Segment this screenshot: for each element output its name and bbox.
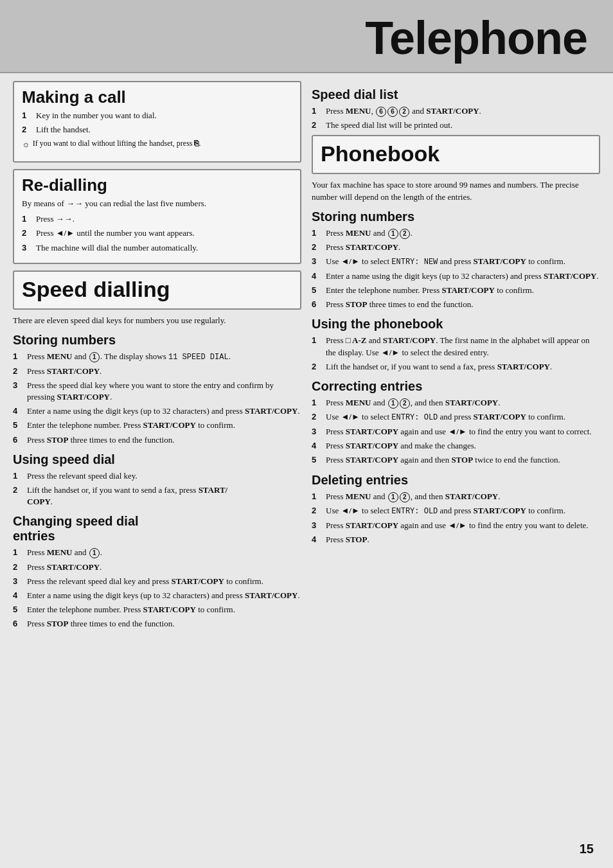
step-number: 3 xyxy=(312,256,322,267)
step-text: Press the speed dial key where you want … xyxy=(27,380,301,403)
list-item: 2 The speed dial list will be printed ou… xyxy=(312,120,600,131)
list-item: 2 Press START/COPY. xyxy=(312,242,600,253)
speed-dial-list-steps: 1 Press MENU, 662 and START/COPY. 2 The … xyxy=(312,105,600,131)
step-text: Press START/COPY. xyxy=(326,242,600,253)
speed-dial-list-title: Speed dial list xyxy=(312,87,600,102)
step-text: Use ◄/► to select ENTRY: OLD and press S… xyxy=(326,505,600,517)
step-number: 1 xyxy=(13,547,23,558)
list-item: 1 Press the relevant speed dial key. xyxy=(13,470,301,482)
redialling-steps: 1 Press →→. 2 Press ◄/► until the number… xyxy=(22,213,292,254)
step-number: 2 xyxy=(13,562,23,573)
list-item: 5 Press START/COPY again and then STOP t… xyxy=(312,454,600,466)
list-item: 2 Use ◄/► to select ENTRY: OLD and press… xyxy=(312,411,600,423)
list-item: 5 Enter the telephone number. Press STAR… xyxy=(13,420,301,431)
changing-entries-steps: 1 Press MENU and 1. 2 Press START/COPY. … xyxy=(13,547,301,630)
step-text: The speed dial list will be printed out. xyxy=(326,120,600,131)
step-number: 2 xyxy=(13,484,23,496)
step-text: Press START/COPY and make the changes. xyxy=(326,440,600,452)
speed-dialling-title: Speed dialling xyxy=(22,277,292,302)
list-item: 1 Press MENU and 1. The display shows 11… xyxy=(13,351,301,363)
step-text: Enter the telephone number. Press START/… xyxy=(27,604,301,616)
step-text: Press STOP three times to end the functi… xyxy=(27,618,301,630)
making-a-call-steps: 1 Key in the number you want to dial. 2 … xyxy=(22,110,292,136)
step-text: Lift the handset. xyxy=(36,124,292,136)
step-text: Use ◄/► to select ENTRY: NEW and press S… xyxy=(326,256,600,268)
list-item: 4 Press STOP. xyxy=(312,534,600,545)
step-number: 4 xyxy=(312,440,322,452)
list-item: 4 Enter a name using the digit keys (up … xyxy=(13,590,301,601)
making-a-call-section: Making a call 1 Key in the number you wa… xyxy=(13,81,301,163)
using-speed-dial-title: Using speed dial xyxy=(13,452,301,467)
correcting-entries-steps: 1 Press MENU and 12, and then START/COPY… xyxy=(312,397,600,466)
storing-numbers-title: Storing numbers xyxy=(13,333,301,348)
step-text: Press MENU and 12. xyxy=(326,227,600,239)
step-number: 3 xyxy=(312,426,322,438)
speed-dialling-intro: There are eleven speed dial keys for num… xyxy=(13,315,301,326)
storing-numbers-steps: 1 Press MENU and 1. The display shows 11… xyxy=(13,351,301,446)
list-item: 3 Press the relevant speed dial key and … xyxy=(13,576,301,587)
step-number: 5 xyxy=(13,604,23,616)
step-text: Press STOP three times to end the functi… xyxy=(27,434,301,446)
step-number: 1 xyxy=(13,351,23,362)
step-text: Enter a name using the digit keys (up to… xyxy=(326,270,600,282)
deleting-entries-steps: 1 Press MENU and 12, and then START/COPY… xyxy=(312,491,600,545)
step-number: 2 xyxy=(312,361,322,373)
list-item: 5 Enter the telephone number. Press STAR… xyxy=(312,285,600,296)
page: Telephone Making a call 1 Key in the num… xyxy=(0,0,613,868)
list-item: 3 Use ◄/► to select ENTRY: NEW and press… xyxy=(312,256,600,268)
phonebook-storing-steps: 1 Press MENU and 12. 2 Press START/COPY.… xyxy=(312,227,600,311)
step-number: 2 xyxy=(13,366,23,377)
step-number: 2 xyxy=(22,227,32,239)
step-text: Lift the handset or, if you want to send… xyxy=(27,484,301,508)
step-number: 2 xyxy=(22,124,32,136)
step-text: Enter the telephone number. Press START/… xyxy=(27,420,301,431)
list-item: 1 Key in the number you want to dial. xyxy=(22,110,292,121)
list-item: 1 Press →→. xyxy=(22,213,292,225)
step-number: 4 xyxy=(312,534,322,545)
step-number: 4 xyxy=(13,590,23,601)
step-text: Use ◄/► to select ENTRY: OLD and press S… xyxy=(326,411,600,423)
step-text: Enter the telephone number. Press START/… xyxy=(326,285,600,296)
step-number: 3 xyxy=(13,380,23,391)
step-number: 4 xyxy=(312,270,322,282)
list-item: 6 Press STOP three times to end the func… xyxy=(13,618,301,630)
step-number: 1 xyxy=(312,335,322,346)
phonebook-storing-title: Storing numbers xyxy=(312,209,600,224)
main-content: Making a call 1 Key in the number you wa… xyxy=(0,73,613,646)
step-text: Press START/COPY again and use ◄/► to fi… xyxy=(326,520,600,531)
list-item: 1 Press MENU and 12. xyxy=(312,227,600,239)
using-phonebook-title: Using the phonebook xyxy=(312,317,600,332)
step-text: Press START/COPY. xyxy=(27,366,301,377)
list-item: 1 Press MENU and 1. xyxy=(13,547,301,558)
step-number: 1 xyxy=(13,470,23,482)
step-number: 1 xyxy=(312,227,322,239)
list-item: 5 Enter the telephone number. Press STAR… xyxy=(13,604,301,616)
step-number: 3 xyxy=(22,242,32,254)
step-number: 5 xyxy=(13,420,23,431)
deleting-entries-title: Deleting entries xyxy=(312,473,600,488)
list-item: 2 Press START/COPY. xyxy=(13,366,301,377)
phonebook-intro: Your fax machine has space to store arou… xyxy=(312,179,600,202)
list-item: 2 Lift the handset or, if you want to se… xyxy=(13,484,301,508)
redialling-intro: By means of →→ you can redial the last f… xyxy=(22,198,292,209)
list-item: 2 Lift the handset. xyxy=(22,124,292,136)
step-text: Press □ A-Z and START/COPY. The first na… xyxy=(326,335,600,358)
tip-text: If you want to dial without lifting the … xyxy=(33,138,201,149)
list-item: 4 Enter a name using the digit keys (up … xyxy=(13,405,301,417)
list-item: 3 Press START/COPY again and use ◄/► to … xyxy=(312,426,600,438)
list-item: 2 Use ◄/► to select ENTRY: OLD and press… xyxy=(312,505,600,517)
phonebook-title: Phonebook xyxy=(321,141,591,166)
page-title: Telephone xyxy=(365,12,587,64)
tip-line: ☼ If you want to dial without lifting th… xyxy=(22,138,292,151)
step-text: Press MENU and 12, and then START/COPY. xyxy=(326,491,600,502)
step-text: Press MENU and 12, and then START/COPY. xyxy=(326,397,600,409)
list-item: 4 Press START/COPY and make the changes. xyxy=(312,440,600,452)
step-text: Press MENU, 662 and START/COPY. xyxy=(326,105,600,117)
list-item: 2 Lift the handset or, if you want to se… xyxy=(312,361,600,373)
step-text: Lift the handset or, if you want to send… xyxy=(326,361,600,373)
step-text: Press →→. xyxy=(36,213,292,225)
step-number: 2 xyxy=(312,120,322,131)
list-item: 3 Press START/COPY again and use ◄/► to … xyxy=(312,520,600,531)
step-number: 3 xyxy=(13,576,23,587)
making-a-call-title: Making a call xyxy=(22,87,292,107)
